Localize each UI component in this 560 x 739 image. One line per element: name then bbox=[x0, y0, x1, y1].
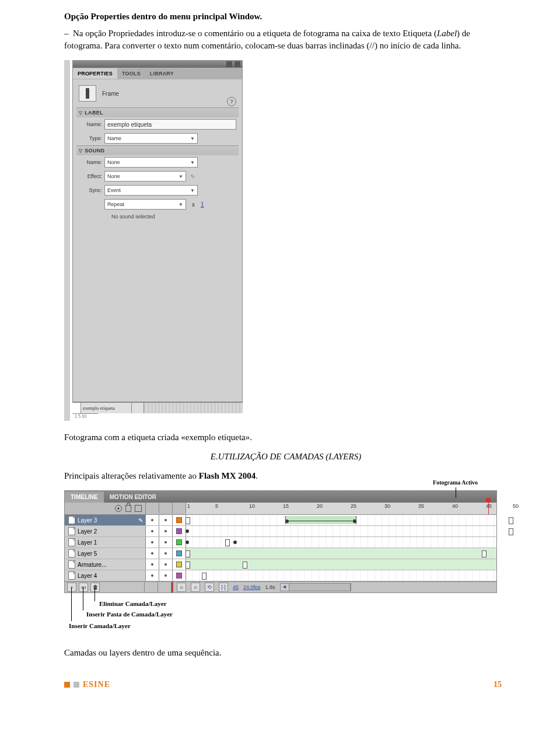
layer-icon bbox=[68, 549, 75, 557]
tab-properties[interactable]: PROPERTIES bbox=[73, 68, 117, 79]
layer-name: Layer 3 bbox=[78, 517, 97, 524]
layer-name: Layer 5 bbox=[78, 550, 97, 557]
sound-name-select[interactable]: None▼ bbox=[104, 157, 198, 168]
lock-icon[interactable] bbox=[125, 505, 131, 512]
tab-library[interactable]: LIBRARY bbox=[145, 68, 178, 79]
fps-display[interactable]: 24.0fps bbox=[243, 584, 261, 590]
ruler-5: 5 bbox=[215, 503, 218, 509]
page-number: 15 bbox=[494, 680, 508, 689]
timeline-ruler[interactable]: 1 5 10 15 20 25 30 35 40 45 50 bbox=[186, 503, 496, 514]
layer-row[interactable]: Layer 4 bbox=[65, 570, 496, 581]
no-sound-text: No sound selected bbox=[76, 211, 239, 222]
sync-value: Event bbox=[107, 187, 121, 193]
chevron-down-icon: ▽ bbox=[79, 110, 82, 116]
ruler-30: 30 bbox=[384, 503, 390, 509]
page-footer: ESINE 15 bbox=[64, 670, 508, 689]
onion-icon[interactable]: ⎌ bbox=[177, 583, 186, 592]
section-sound-text: SOUND bbox=[85, 148, 104, 154]
section-sound[interactable]: ▽ SOUND bbox=[76, 145, 239, 155]
tab-motion-editor[interactable]: MOTION EDITOR bbox=[104, 491, 162, 503]
layer-row[interactable]: Layer 5 bbox=[65, 548, 496, 559]
layer-buttons: ▫ ▭ 🗑 bbox=[65, 582, 145, 592]
onion-icon[interactable]: [·] bbox=[219, 583, 228, 592]
mini-timeline-label: exemplo etiqueta bbox=[81, 403, 132, 413]
chevron-down-icon: ▼ bbox=[178, 202, 183, 207]
collapse-icon[interactable] bbox=[226, 61, 232, 67]
tab-timeline[interactable]: TIMELINE bbox=[65, 491, 104, 503]
new-folder-button[interactable]: ▭ bbox=[79, 583, 88, 592]
type-select[interactable]: Name▼ bbox=[104, 133, 198, 144]
layer-name: Layer 1 bbox=[78, 539, 97, 546]
ruler-1: 1 bbox=[187, 503, 190, 509]
playhead[interactable] bbox=[488, 503, 489, 514]
caption-1: Fotograma com a etiqueta criada «exemplo… bbox=[64, 431, 508, 444]
brand-square-icon bbox=[74, 682, 79, 688]
section-label[interactable]: ▽ LABEL bbox=[76, 107, 239, 117]
layer-row[interactable]: Layer 3✎ bbox=[65, 515, 496, 526]
repeat-value: Repeat bbox=[107, 201, 124, 207]
new-layer-button[interactable]: ▫ bbox=[67, 583, 76, 592]
layer-row[interactable]: Armature... bbox=[65, 559, 496, 570]
chevron-down-icon: ▼ bbox=[178, 174, 183, 179]
ruler-50: 50 bbox=[513, 503, 519, 509]
ruler-10: 10 bbox=[249, 503, 255, 509]
layer-icon bbox=[68, 571, 75, 580]
frame-icon bbox=[79, 85, 96, 102]
effect-label: Effect: bbox=[79, 173, 102, 179]
chevron-down-icon: ▼ bbox=[190, 136, 195, 141]
panel-tabs: PROPERTIES TOOLS LIBRARY bbox=[73, 68, 242, 79]
time-display: 1.8s bbox=[265, 584, 275, 590]
title: Opção Properties dentro do menu principa… bbox=[64, 12, 508, 22]
sync-select[interactable]: Event▼ bbox=[104, 185, 198, 196]
name-label: Name: bbox=[79, 121, 102, 127]
outline-icon[interactable] bbox=[135, 505, 142, 512]
fotograma-activo-label: Fotograma Activo bbox=[433, 479, 478, 486]
chevron-down-icon: ▼ bbox=[190, 188, 195, 193]
mini-timeline-nums: 1 5 10 bbox=[72, 413, 98, 421]
brand-square-icon bbox=[64, 682, 70, 688]
layer-row[interactable]: Layer 1 bbox=[65, 537, 496, 548]
chevron-down-icon: ▼ bbox=[190, 160, 195, 165]
layer-name: Layer 4 bbox=[78, 573, 97, 579]
tab-tools[interactable]: TOOLS bbox=[117, 68, 145, 79]
x-label: x bbox=[192, 201, 195, 208]
section-label-text: LABEL bbox=[85, 110, 103, 116]
p1-label: Label bbox=[437, 29, 457, 38]
name-input[interactable]: exemplo etiqueta bbox=[104, 119, 236, 130]
label-delete-layer: Eliminar Camada/Layer bbox=[99, 600, 167, 607]
brand-name: ESINE bbox=[83, 680, 110, 689]
layer-icon bbox=[68, 527, 75, 535]
repeat-count[interactable]: 1 bbox=[201, 201, 204, 208]
pencil-icon: ✎ bbox=[138, 517, 143, 524]
help-icon[interactable]: ? bbox=[227, 97, 236, 106]
ruler-35: 35 bbox=[418, 503, 424, 509]
label-new-folder: Inserir Pasta de Camada/Layer bbox=[86, 611, 173, 618]
ruler-40: 40 bbox=[452, 503, 458, 509]
eye-icon[interactable] bbox=[115, 505, 122, 512]
layer-row[interactable]: Layer 2 bbox=[65, 526, 496, 537]
timeline-screenshot: Fotograma Activo TIMELINE MOTION EDITOR … bbox=[64, 490, 497, 593]
type-label: Type: bbox=[79, 135, 102, 141]
ruler-45: 45 bbox=[486, 503, 492, 509]
onion-icon[interactable]: ⎌ bbox=[191, 583, 200, 592]
onion-icon[interactable]: ⟲ bbox=[205, 583, 214, 592]
current-frame[interactable]: 45 bbox=[233, 584, 239, 590]
scrollbar[interactable]: ◄ bbox=[280, 583, 351, 591]
layer-name: Armature... bbox=[78, 562, 106, 568]
effect-select[interactable]: None▼ bbox=[104, 171, 186, 182]
menu-icon[interactable] bbox=[235, 61, 240, 67]
mini-timeline: exemplo etiqueta bbox=[72, 402, 243, 413]
delete-layer-button[interactable]: 🗑 bbox=[90, 583, 100, 592]
layer-name: Layer 2 bbox=[78, 528, 97, 535]
repeat-select[interactable]: Repeat▼ bbox=[104, 199, 186, 210]
ruler-25: 25 bbox=[351, 503, 356, 509]
layer-icon bbox=[68, 560, 75, 569]
panel-topbar bbox=[73, 61, 242, 68]
paragraph-1: – Na opção Propriedades introduz-se o co… bbox=[64, 27, 508, 52]
timeline-annotations: Eliminar Camada/Layer Inserir Pasta de C… bbox=[65, 598, 508, 633]
sound-name-value: None bbox=[107, 159, 120, 165]
pencil-icon[interactable]: ✎ bbox=[188, 172, 197, 180]
p2c: . bbox=[256, 471, 258, 480]
sync-label: Sync: bbox=[79, 187, 102, 193]
p2b: Flash MX 2004 bbox=[199, 471, 256, 480]
